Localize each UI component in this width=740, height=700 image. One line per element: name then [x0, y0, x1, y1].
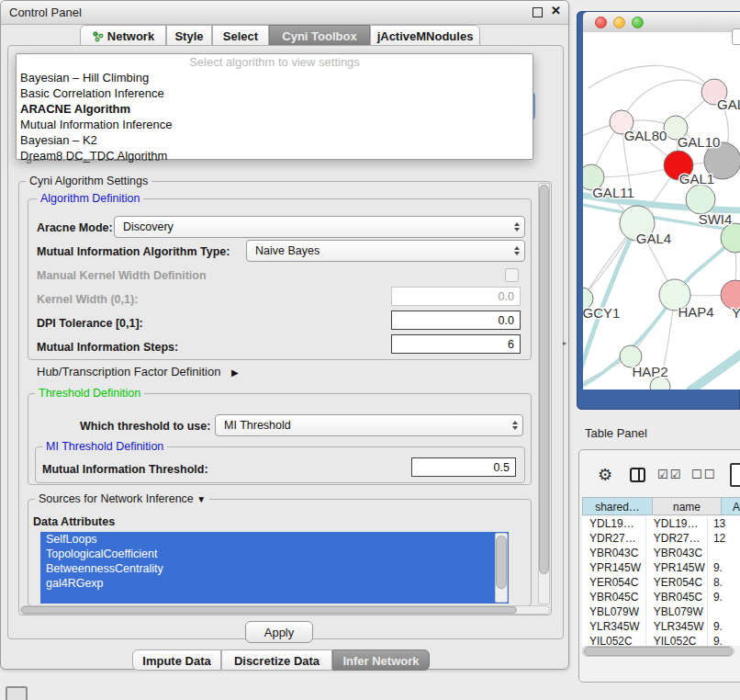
- close-traffic-light[interactable]: [595, 17, 607, 28]
- restore-icon[interactable]: [533, 7, 543, 17]
- spinner-arrows-icon: [512, 415, 518, 435]
- close-icon[interactable]: ✕: [551, 4, 561, 17]
- table-cell: 13: [707, 516, 740, 531]
- hub-definition-toggle[interactable]: Hub/Transcription Factor Definition ▶: [37, 366, 239, 379]
- cyni-settings-title: Cyni Algorithm Settings: [26, 175, 151, 187]
- mi-type-combo[interactable]: Naive Bayes: [246, 240, 525, 262]
- aracne-mode-combo[interactable]: Discovery: [114, 216, 525, 238]
- table-row[interactable]: YDR27…YDR27…12: [582, 531, 740, 546]
- table-cell: YLR345W: [582, 619, 645, 634]
- column-header-name[interactable]: name: [652, 497, 722, 515]
- table-cell: [707, 546, 740, 560]
- attribute-item[interactable]: gal4RGexp: [40, 576, 509, 591]
- threshold-definition-title: Threshold Definition: [35, 388, 144, 400]
- algorithm-option[interactable]: Dream8 DC_TDC Algorithm: [17, 148, 533, 164]
- split-columns-icon[interactable]: [630, 468, 645, 482]
- split-pane-grip[interactable]: ▸: [563, 339, 566, 347]
- tab-select[interactable]: Select: [212, 25, 269, 46]
- select-all-columns-icon[interactable]: ☑☑: [657, 468, 682, 481]
- mi-threshold-field[interactable]: 0.5: [411, 457, 516, 477]
- tab-network[interactable]: Network: [80, 25, 166, 46]
- tab-infer-network[interactable]: Infer Network: [332, 649, 430, 671]
- table-row[interactable]: YBL079WYBL079W: [582, 604, 740, 619]
- table-cell: YBL079W: [582, 604, 645, 619]
- node-label: HAP2: [632, 364, 667, 379]
- network-node[interactable]: [686, 185, 715, 214]
- network-edge: [622, 80, 714, 122]
- aracne-mode-label: Aracne Mode:: [37, 221, 113, 234]
- sources-title[interactable]: Sources for Network Inference ▼: [35, 493, 209, 505]
- tab-discretize-data[interactable]: Discretize Data: [221, 649, 332, 671]
- tab-cyni-toolbox[interactable]: Cyni Toolbox: [269, 25, 370, 46]
- manual-kernel-checkbox[interactable]: [505, 268, 519, 282]
- document-icon[interactable]: [730, 463, 740, 487]
- dpi-tolerance-field[interactable]: 0.0: [391, 310, 521, 330]
- table-row[interactable]: YLR345WYLR345W9.: [582, 619, 740, 634]
- manual-kernel-label: Manual Kernel Width Definition: [37, 269, 207, 282]
- table-cell: YBL079W: [645, 604, 707, 619]
- mi-type-value: Naive Bayes: [255, 244, 320, 257]
- collapsed-panel-button[interactable]: [6, 686, 28, 700]
- table-cell: YPR145W: [645, 560, 707, 575]
- table-row[interactable]: YER054CYER054C8.: [582, 575, 740, 590]
- algorithm-option[interactable]: Basic Correlation Inference: [17, 85, 533, 101]
- kernel-width-field[interactable]: 0.0: [391, 287, 521, 306]
- algorithm-option[interactable]: Bayesian – Hill Climbing: [17, 70, 533, 85]
- node-label: GCY1: [583, 305, 620, 321]
- table-row[interactable]: YDL19…YDL19…13: [582, 516, 740, 531]
- window-title: Control Panel: [9, 6, 82, 19]
- dropdown-prompt: Select algorithm to view settings: [17, 54, 533, 70]
- network-canvas[interactable]: GALGAL80GAL10GAL1GAL11SWI4GAL4GCY1HAP4YH…: [583, 32, 740, 390]
- tab-jactivemnodules[interactable]: jActiveMNodules: [370, 25, 480, 46]
- table-cell: YIL052C: [582, 634, 645, 646]
- table-cell: YIL052C: [645, 634, 707, 646]
- attribute-item[interactable]: TopologicalCoefficient: [40, 547, 509, 561]
- mi-steps-label: Mutual Information Steps:: [37, 341, 178, 354]
- column-header-shared-name[interactable]: shared…: [582, 497, 653, 515]
- table-cell: YDR27…: [645, 531, 707, 546]
- algorithm-option[interactable]: ARACNE Algorithm: [17, 101, 533, 117]
- table-row[interactable]: YBR043CYBR043C: [582, 546, 740, 560]
- node-label: GAL80: [624, 128, 667, 143]
- table-cell: YBR045C: [645, 590, 707, 604]
- table-hscroll-thumb[interactable]: [584, 647, 733, 656]
- table-cell: 9.: [707, 634, 740, 646]
- expanded-arrow-icon[interactable]: ▼: [196, 494, 206, 504]
- network-view-titlebar[interactable]: [583, 12, 740, 33]
- collapsed-arrow-icon[interactable]: ▶: [231, 367, 239, 378]
- tab-style[interactable]: Style: [166, 25, 212, 46]
- which-threshold-combo[interactable]: MI Threshold: [215, 414, 523, 436]
- table-cell: YER054C: [582, 575, 645, 590]
- table-row[interactable]: YIL052CYIL052C9.: [582, 634, 740, 646]
- attribute-item[interactable]: SelfLoops: [40, 532, 509, 547]
- spinner-arrows-icon: [514, 241, 520, 261]
- apply-button[interactable]: Apply: [245, 621, 313, 643]
- attribute-list-scroll-thumb[interactable]: [496, 536, 507, 589]
- settings-hscroll-thumb[interactable]: [21, 606, 517, 614]
- node-label: GAL10: [678, 134, 721, 150]
- mi-steps-field[interactable]: 6: [391, 334, 521, 354]
- column-header-partial[interactable]: A: [721, 497, 740, 515]
- table-cell: YDL19…: [582, 516, 645, 531]
- control-panel-titlebar[interactable]: Control Panel ✕: [1, 1, 568, 25]
- settings-gear-icon[interactable]: ⚙: [598, 465, 612, 485]
- which-threshold-label: Which threshold to use:: [80, 420, 210, 433]
- deselect-columns-icon[interactable]: ☐☐: [691, 468, 716, 481]
- tab-impute-data[interactable]: Impute Data: [132, 649, 221, 671]
- minimize-traffic-light[interactable]: [613, 17, 625, 28]
- node-table-body: YDL19…YDL19…13YDR27…YDR27…12YBR043CYBR04…: [582, 516, 740, 646]
- data-attributes-list[interactable]: SelfLoopsTopologicalCoefficientBetweenne…: [40, 532, 509, 604]
- algorithm-option[interactable]: Mutual Information Inference: [17, 117, 533, 132]
- table-row[interactable]: YBR045CYBR045C9.: [582, 590, 740, 604]
- table-cell: 9.: [707, 619, 740, 634]
- settings-vscroll-thumb[interactable]: [539, 185, 549, 574]
- network-edge: [690, 354, 740, 390]
- mi-type-label: Mutual Information Algorithm Type:: [37, 245, 230, 258]
- attribute-item[interactable]: BetweennessCentrality: [40, 561, 509, 576]
- spinner-arrows-icon: [514, 217, 520, 237]
- table-cell: YDL19…: [645, 516, 707, 531]
- zoom-traffic-light[interactable]: [632, 17, 644, 28]
- table-cell: [707, 604, 740, 619]
- algorithm-option[interactable]: Bayesian – K2: [17, 132, 533, 148]
- table-row[interactable]: YPR145WYPR145W9.: [582, 560, 740, 575]
